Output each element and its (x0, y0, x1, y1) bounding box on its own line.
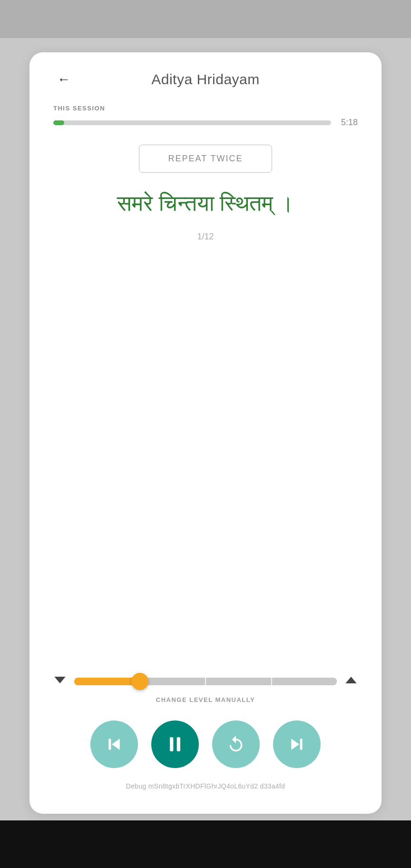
pause-button[interactable] (151, 720, 199, 768)
level-up-button[interactable] (344, 673, 358, 690)
level-slider-track[interactable] (74, 678, 337, 685)
repeat-btn-wrapper: REPEAT TWICE (53, 145, 358, 173)
change-level-label: CHANGE LEVEL MANUALLY (53, 696, 358, 703)
level-down-button[interactable] (53, 673, 67, 690)
level-slider-handle[interactable] (131, 673, 148, 690)
progress-bar-container[interactable] (53, 120, 331, 125)
main-card: ← Aditya Hridayam THIS SESSION 5:18 REPE… (29, 52, 382, 814)
progress-row: 5:18 (53, 118, 358, 128)
level-control (53, 673, 358, 690)
session-label: THIS SESSION (53, 105, 358, 112)
replay-button[interactable] (212, 720, 260, 768)
sanskrit-verse-text: समरे चिन्तया स्थितम् । (53, 188, 358, 218)
svg-rect-6 (300, 739, 303, 750)
level-seg-1 (74, 678, 140, 685)
svg-rect-2 (108, 739, 111, 750)
repeat-twice-button[interactable]: REPEAT TWICE (139, 145, 272, 173)
top-bar (0, 0, 411, 38)
skip-previous-button[interactable] (90, 720, 138, 768)
progress-time: 5:18 (338, 118, 358, 128)
level-seg-2 (140, 678, 206, 685)
spacer (53, 270, 358, 673)
level-seg-4 (272, 678, 337, 685)
back-button[interactable]: ← (53, 70, 74, 89)
svg-marker-7 (291, 739, 299, 750)
level-seg-3 (206, 678, 272, 685)
level-slider-segments (74, 678, 337, 685)
skip-next-button[interactable] (273, 720, 321, 768)
bottom-bar (0, 820, 411, 868)
svg-marker-0 (54, 677, 65, 683)
debug-text: Debug mSn8tgxbTrXHDFlGhrJQ4oL6uYd2 d33a4… (53, 782, 358, 790)
verse-counter: 1/12 (53, 232, 358, 242)
header: ← Aditya Hridayam (53, 71, 358, 88)
progress-bar-fill (53, 120, 64, 125)
svg-marker-1 (345, 677, 356, 683)
svg-marker-3 (112, 739, 120, 750)
playback-controls (53, 720, 358, 768)
svg-rect-5 (177, 737, 180, 751)
page-title: Aditya Hridayam (151, 71, 260, 88)
svg-rect-4 (170, 737, 173, 751)
